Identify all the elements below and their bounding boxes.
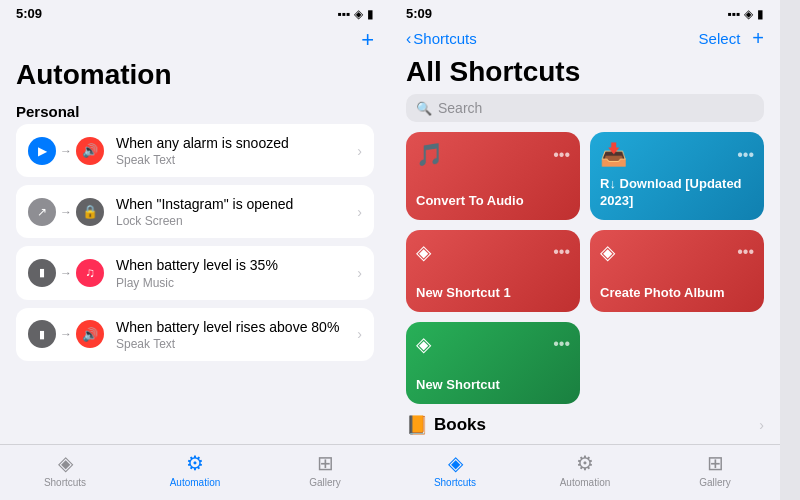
card-top: ◈ ••• <box>600 240 754 264</box>
automation-list: ▶ → 🔊 When any alarm is snoozed Speak Te… <box>0 124 390 444</box>
item-subtitle: Speak Text <box>116 153 357 167</box>
shortcuts-tab-icon: ◈ <box>448 451 463 475</box>
status-icons: ▪▪▪ ◈ ▮ <box>727 7 764 21</box>
item-title: When any alarm is snoozed <box>116 134 357 152</box>
item-text: When battery level rises above 80% Speak… <box>116 318 357 351</box>
item-text: When "Instagram" is opened Lock Screen <box>116 195 357 228</box>
card-icon: 📥 <box>600 142 627 168</box>
search-icon: 🔍 <box>416 101 432 116</box>
chevron-icon: › <box>357 143 362 159</box>
shortcut-card-download[interactable]: 📥 ••• R↓ Download [Updated 2023] <box>590 132 764 220</box>
tab-gallery[interactable]: ⊞ Gallery <box>260 451 390 488</box>
item-title: When battery level is 35% <box>116 256 357 274</box>
back-button[interactable]: ‹ Shortcuts <box>406 30 477 48</box>
gallery-tab-label: Gallery <box>699 477 731 488</box>
trigger-icon: ↗ <box>28 198 56 226</box>
automation-tab-icon: ⚙ <box>576 451 594 475</box>
shortcuts-tab-label: Shortcuts <box>434 477 476 488</box>
card-dots[interactable]: ••• <box>737 243 754 261</box>
books-section-header: 📙 Books › <box>406 414 764 436</box>
tab-automation[interactable]: ⚙ Automation <box>520 451 650 488</box>
nav-bar: ‹ Shortcuts Select + <box>390 23 780 54</box>
shortcut-card-new-shortcut[interactable]: ◈ ••• New Shortcut <box>406 322 580 404</box>
list-item[interactable]: ↗ → 🔒 When "Instagram" is opened Lock Sc… <box>16 185 374 238</box>
action-icon: 🔒 <box>76 198 104 226</box>
item-icons: ↗ → 🔒 <box>28 198 104 226</box>
item-title: When "Instagram" is opened <box>116 195 357 213</box>
gallery-tab-icon: ⊞ <box>707 451 724 475</box>
automation-tab-label: Automation <box>560 477 611 488</box>
card-dots[interactable]: ••• <box>737 146 754 164</box>
section-label: Personal <box>0 95 390 124</box>
back-chevron-icon: ‹ <box>406 30 411 48</box>
status-time: 5:09 <box>406 6 432 21</box>
wifi-icon: ◈ <box>354 7 363 21</box>
page-title: All Shortcuts <box>390 54 780 94</box>
search-bar[interactable]: 🔍 Search <box>406 94 764 122</box>
action-icon: 🔊 <box>76 137 104 165</box>
card-name: Convert To Audio <box>416 193 570 210</box>
action-icon: 🔊 <box>76 320 104 348</box>
tab-bar: ◈ Shortcuts ⚙ Automation ⊞ Gallery <box>390 444 780 500</box>
card-name: R↓ Download [Updated 2023] <box>600 176 754 210</box>
shortcuts-grid: 🎵 ••• Convert To Audio 📥 ••• R↓ Download… <box>406 132 764 312</box>
gallery-tab-label: Gallery <box>309 477 341 488</box>
item-title: When battery level rises above 80% <box>116 318 357 336</box>
item-subtitle: Play Music <box>116 276 357 290</box>
add-shortcut-button[interactable]: + <box>752 27 764 50</box>
card-name: New Shortcut 1 <box>416 285 570 302</box>
card-name: New Shortcut <box>416 377 570 394</box>
shortcuts-tab-label: Shortcuts <box>44 477 86 488</box>
signal-icon: ▪▪▪ <box>727 7 740 21</box>
item-text: When battery level is 35% Play Music <box>116 256 357 289</box>
gallery-tab-icon: ⊞ <box>317 451 334 475</box>
item-icons: ▮ → 🔊 <box>28 320 104 348</box>
list-item[interactable]: ▮ → ♫ When battery level is 35% Play Mus… <box>16 246 374 299</box>
card-dots[interactable]: ••• <box>553 146 570 164</box>
status-icons: ▪▪▪ ◈ ▮ <box>337 7 374 21</box>
automation-screen: 5:09 ▪▪▪ ◈ ▮ + Automation Personal ▶ → 🔊… <box>0 0 390 500</box>
shortcut-card-convert-audio[interactable]: 🎵 ••• Convert To Audio <box>406 132 580 220</box>
wifi-icon: ◈ <box>744 7 753 21</box>
card-name: Create Photo Album <box>600 285 754 302</box>
list-item[interactable]: ▶ → 🔊 When any alarm is snoozed Speak Te… <box>16 124 374 177</box>
item-icons: ▮ → ♫ <box>28 259 104 287</box>
tab-shortcuts[interactable]: ◈ Shortcuts <box>0 451 130 488</box>
battery-icon: ▮ <box>367 7 374 21</box>
arrow-icon: → <box>60 144 72 158</box>
list-item[interactable]: ▮ → 🔊 When battery level rises above 80%… <box>16 308 374 361</box>
chevron-icon: › <box>357 204 362 220</box>
arrow-icon: → <box>60 266 72 280</box>
card-dots[interactable]: ••• <box>553 243 570 261</box>
shortcuts-grid-area: 🎵 ••• Convert To Audio 📥 ••• R↓ Download… <box>390 132 780 444</box>
card-icon: 🎵 <box>416 142 443 168</box>
automation-tab-icon: ⚙ <box>186 451 204 475</box>
card-top: ◈ ••• <box>416 332 570 356</box>
item-subtitle: Speak Text <box>116 337 357 351</box>
trigger-icon: ▮ <box>28 320 56 348</box>
signal-icon: ▪▪▪ <box>337 7 350 21</box>
card-icon: ◈ <box>416 332 431 356</box>
tab-bar: ◈ Shortcuts ⚙ Automation ⊞ Gallery <box>0 444 390 500</box>
search-placeholder: Search <box>438 100 482 116</box>
trigger-icon: ▮ <box>28 259 56 287</box>
arrow-icon: → <box>60 205 72 219</box>
books-icon: 📙 <box>406 414 428 436</box>
select-button[interactable]: Select <box>699 30 741 47</box>
status-time: 5:09 <box>16 6 42 21</box>
tab-automation[interactable]: ⚙ Automation <box>130 451 260 488</box>
shortcuts-screen: 5:09 ▪▪▪ ◈ ▮ ‹ Shortcuts Select + All Sh… <box>390 0 780 500</box>
nav-actions: Select + <box>699 27 764 50</box>
add-automation-button[interactable]: + <box>361 27 374 53</box>
shortcut-card-create-photo[interactable]: ◈ ••• Create Photo Album <box>590 230 764 312</box>
auto-header: + <box>0 23 390 57</box>
action-icon: ♫ <box>76 259 104 287</box>
card-top: ◈ ••• <box>416 240 570 264</box>
tab-shortcuts[interactable]: ◈ Shortcuts <box>390 451 520 488</box>
card-dots[interactable]: ••• <box>553 335 570 353</box>
shortcut-card-new-shortcut-1[interactable]: ◈ ••• New Shortcut 1 <box>406 230 580 312</box>
tab-gallery[interactable]: ⊞ Gallery <box>650 451 780 488</box>
arrow-icon: → <box>60 327 72 341</box>
page-title: Automation <box>0 57 390 95</box>
chevron-icon: › <box>357 265 362 281</box>
